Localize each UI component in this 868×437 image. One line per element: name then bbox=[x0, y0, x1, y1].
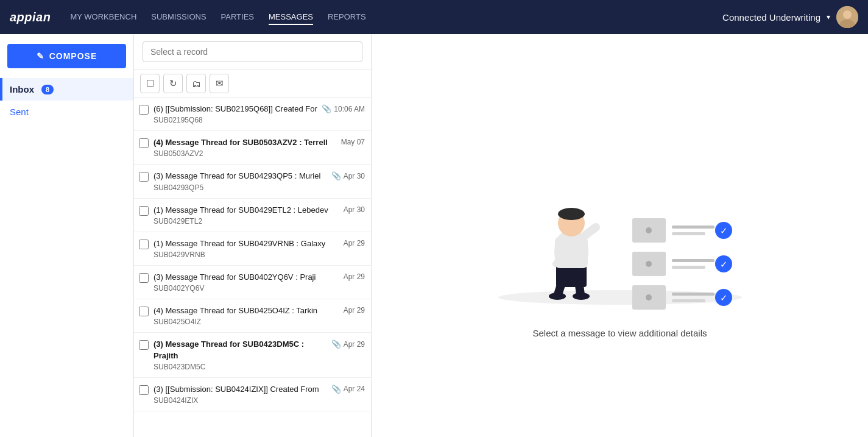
select-all-checkbox[interactable]: ☐ bbox=[140, 74, 160, 93]
message-item[interactable]: (3) Message Thread for SUB0402YQ6V : Pra… bbox=[134, 266, 371, 299]
svg-rect-32 bbox=[672, 232, 705, 235]
attachment-icon: 📎 bbox=[331, 339, 341, 349]
message-item[interactable]: (3) Message Thread for SUB0423DM5C : Pra… bbox=[134, 333, 371, 377]
message-item[interactable]: (1) Message Thread for SUB0429VRNB : Gal… bbox=[134, 232, 371, 266]
sidebar-item-inbox[interactable]: Inbox 8 bbox=[0, 78, 133, 101]
empty-state-text: Select a message to view additional deta… bbox=[533, 328, 707, 338]
message-sub-id: SUB0424IZIX bbox=[153, 396, 365, 405]
message-date: Apr 30 bbox=[344, 205, 365, 214]
message-date: Apr 24 bbox=[344, 385, 365, 393]
message-list-panel: ☐ ↻ 🗂 ✉ (6) [[Submission: SUB02195Q68]] … bbox=[134, 34, 372, 437]
message-subject: (6) [[Submission: SUB02195Q68]] Created … bbox=[153, 104, 319, 115]
message-toolbar: ☐ ↻ 🗂 ✉ bbox=[134, 70, 371, 98]
sidebar-item-sent[interactable]: Sent bbox=[0, 101, 133, 123]
nav-links: MY WORKBENCH SUBMISSIONS PARTIES MESSAGE… bbox=[70, 10, 703, 25]
messages-scroll[interactable]: (6) [[Submission: SUB02195Q68]] Created … bbox=[134, 98, 371, 437]
message-checkbox[interactable] bbox=[139, 105, 149, 115]
message-checkbox[interactable] bbox=[139, 307, 149, 316]
message-sub-id: SUB04293QP5 bbox=[153, 183, 365, 192]
svg-rect-20 bbox=[672, 266, 705, 269]
message-date: Apr 29 bbox=[344, 340, 365, 349]
message-header: (1) Message Thread for SUB0429ETL2 : Leb… bbox=[153, 205, 365, 216]
message-date: May 07 bbox=[341, 138, 365, 146]
message-meta: 📎 Apr 30 bbox=[331, 171, 365, 180]
inbox-label: Inbox bbox=[10, 84, 34, 94]
message-subject: (3) Message Thread for SUB04293QP5 : Mur… bbox=[153, 171, 329, 182]
message-checkbox[interactable] bbox=[139, 138, 149, 148]
message-header: (1) Message Thread for SUB0429VRNB : Gal… bbox=[153, 238, 365, 249]
message-sub-id: SUB02195Q68 bbox=[153, 116, 365, 124]
message-item[interactable]: (1) Message Thread for SUB0429ETL2 : Leb… bbox=[134, 199, 371, 232]
sent-label: Sent bbox=[10, 107, 29, 117]
sidebar: ✎ COMPOSE Inbox 8 Sent bbox=[0, 34, 134, 437]
email-button[interactable]: ✉ bbox=[210, 74, 229, 93]
message-sub-id: SUB0429VRNB bbox=[153, 250, 365, 259]
nav-submissions[interactable]: SUBMISSIONS bbox=[151, 10, 206, 25]
message-checkbox[interactable] bbox=[139, 206, 149, 216]
svg-point-1 bbox=[843, 10, 852, 19]
nav-right: Connected Underwriting ▾ bbox=[722, 6, 858, 28]
message-item[interactable]: (3) Message Thread for SUB04293QP5 : Mur… bbox=[134, 165, 371, 198]
svg-text:✓: ✓ bbox=[719, 259, 727, 269]
message-sub-id: SUB0402YQ6V bbox=[153, 284, 365, 293]
message-meta: 📎 Apr 24 bbox=[331, 385, 365, 394]
search-bar bbox=[134, 34, 371, 70]
message-meta: Apr 29 bbox=[344, 239, 365, 247]
search-input[interactable] bbox=[143, 41, 362, 62]
message-item[interactable]: (4) Message Thread for SUB0425O4IZ : Tar… bbox=[134, 299, 371, 333]
nav-reports[interactable]: REPORTS bbox=[328, 10, 366, 25]
message-item[interactable]: (6) [[Submission: SUB02195Q68]] Created … bbox=[134, 98, 371, 131]
message-meta: May 07 bbox=[341, 138, 365, 146]
appian-logo: appian bbox=[10, 10, 51, 24]
message-item[interactable]: (3) [[Submission: SUB0424IZIX]] Created … bbox=[134, 378, 371, 411]
message-checkbox[interactable] bbox=[139, 172, 149, 182]
message-header: (3) [[Submission: SUB0424IZIX]] Created … bbox=[153, 384, 365, 395]
nav-my-workbench[interactable]: MY WORKBENCH bbox=[70, 10, 136, 25]
svg-rect-26 bbox=[672, 299, 705, 302]
message-meta: 📎 Apr 29 bbox=[331, 339, 365, 349]
compose-button[interactable]: ✎ COMPOSE bbox=[7, 44, 126, 68]
attachment-icon: 📎 bbox=[331, 385, 341, 394]
message-header: (3) Message Thread for SUB0423DM5C : Pra… bbox=[153, 339, 365, 361]
archive-icon: 🗂 bbox=[192, 79, 201, 89]
message-body: (3) Message Thread for SUB0402YQ6V : Pra… bbox=[153, 272, 365, 293]
checkbox-icon: ☐ bbox=[146, 78, 154, 89]
org-name[interactable]: Connected Underwriting bbox=[722, 12, 820, 23]
svg-point-3 bbox=[498, 290, 742, 305]
message-subject: (4) Message Thread for SUB0503AZV2 : Ter… bbox=[153, 137, 339, 148]
message-subject: (3) Message Thread for SUB0423DM5C : Pra… bbox=[153, 339, 329, 361]
compose-label: COMPOSE bbox=[49, 51, 97, 61]
pencil-icon: ✎ bbox=[37, 51, 44, 61]
nav-messages[interactable]: MESSAGES bbox=[269, 10, 313, 25]
message-item[interactable]: (4) Message Thread for SUB0503AZV2 : Ter… bbox=[134, 131, 371, 165]
message-checkbox[interactable] bbox=[139, 273, 149, 283]
attachment-icon: 📎 bbox=[331, 171, 341, 180]
message-date: Apr 30 bbox=[344, 172, 365, 180]
svg-point-6 bbox=[558, 208, 585, 220]
message-meta: Apr 30 bbox=[344, 205, 365, 214]
message-date: Apr 29 bbox=[344, 306, 365, 314]
message-date: Apr 29 bbox=[344, 272, 365, 281]
message-subject: (4) Message Thread for SUB0425O4IZ : Tar… bbox=[153, 305, 341, 316]
message-checkbox[interactable] bbox=[139, 385, 149, 395]
email-icon: ✉ bbox=[216, 78, 224, 89]
archive-button[interactable]: 🗂 bbox=[186, 74, 206, 93]
user-avatar[interactable] bbox=[836, 6, 858, 28]
message-meta: 📎 10:06 AM bbox=[322, 104, 365, 113]
message-sub-id: SUB0429ETL2 bbox=[153, 217, 365, 226]
main-layout: ✎ COMPOSE Inbox 8 Sent ☐ ↻ 🗂 ✉ bbox=[0, 34, 868, 437]
svg-text:✓: ✓ bbox=[719, 226, 727, 236]
message-body: (6) [[Submission: SUB02195Q68]] Created … bbox=[153, 104, 365, 124]
nav-parties[interactable]: PARTIES bbox=[221, 10, 254, 25]
message-body: (4) Message Thread for SUB0425O4IZ : Tar… bbox=[153, 305, 365, 326]
message-date: Apr 29 bbox=[344, 239, 365, 247]
message-meta: Apr 29 bbox=[344, 272, 365, 281]
message-sub-id: SUB0425O4IZ bbox=[153, 318, 365, 326]
svg-point-16 bbox=[646, 261, 652, 267]
message-checkbox[interactable] bbox=[139, 340, 149, 350]
refresh-button[interactable]: ↻ bbox=[163, 74, 183, 93]
message-checkbox[interactable] bbox=[139, 240, 149, 249]
svg-rect-25 bbox=[672, 293, 715, 296]
svg-text:✓: ✓ bbox=[719, 293, 727, 303]
message-body: (3) Message Thread for SUB0423DM5C : Pra… bbox=[153, 339, 365, 371]
